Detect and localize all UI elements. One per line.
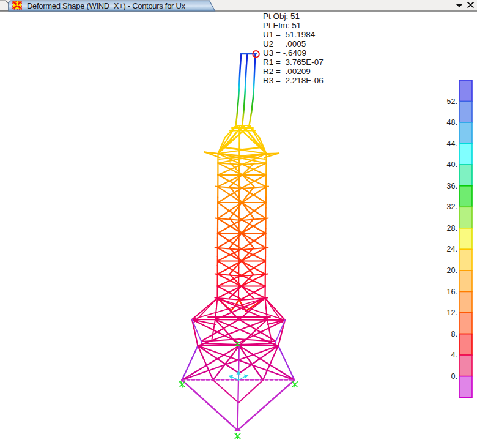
svg-text:20.: 20. <box>447 266 457 275</box>
svg-text:z: z <box>238 368 240 372</box>
svg-text:32.: 32. <box>447 203 457 211</box>
svg-text:48.: 48. <box>447 118 457 127</box>
svg-text:40.: 40. <box>447 160 457 169</box>
svg-text:0.: 0. <box>451 372 457 381</box>
svg-text:16.: 16. <box>447 288 457 296</box>
svg-text:12.: 12. <box>447 308 457 317</box>
svg-text:8.: 8. <box>451 330 457 338</box>
svg-text:52.: 52. <box>447 97 457 106</box>
svg-text:4.: 4. <box>451 351 457 359</box>
svg-text:24.: 24. <box>447 245 457 253</box>
svg-text:44.: 44. <box>447 140 457 148</box>
svg-text:28.: 28. <box>447 224 457 233</box>
svg-text:36.: 36. <box>447 182 457 190</box>
